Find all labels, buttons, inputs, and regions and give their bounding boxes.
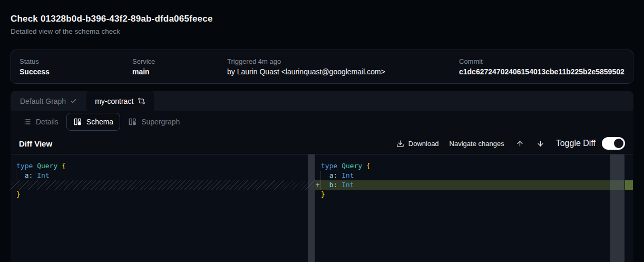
contract-panel: Details Schema Supergraph Diff View	[11, 111, 633, 262]
download-label: Download	[408, 140, 439, 148]
code-token: Query	[341, 162, 366, 170]
code-token: :	[28, 171, 37, 179]
commit-value: c1dc62724702406154013cbe11b225b2e5859502	[459, 67, 625, 76]
navigate-changes-label: Navigate changes	[450, 140, 504, 148]
tab-schema[interactable]: Schema	[66, 113, 120, 131]
left-editor-scrollbar[interactable]	[308, 154, 315, 262]
code-line: }	[11, 190, 315, 199]
code-token	[321, 171, 329, 179]
triggered-value: by Laurin Quast <laurinquast@googlemail.…	[227, 67, 459, 76]
graph-tab-bar: Default Graph my-contract	[11, 91, 633, 111]
status-value: Success	[19, 67, 132, 76]
tab-default-graph[interactable]: Default Graph	[11, 91, 86, 111]
diff-view-header: Diff View Download Navigate changes	[11, 133, 633, 154]
added-code-line: + b: Int	[315, 180, 625, 190]
contract-fork-icon	[138, 97, 145, 105]
status-label: Status	[19, 57, 132, 65]
tab-default-graph-label: Default Graph	[20, 97, 66, 105]
indent-guide	[16, 171, 16, 180]
page-subtitle: Detailed view of the schema check	[11, 27, 633, 35]
triggered-field: Triggered 4m ago by Laurin Quast <laurin…	[227, 57, 459, 76]
code-token	[16, 171, 25, 179]
code-token: {	[62, 162, 66, 170]
code-token: }	[16, 190, 21, 198]
page-title: Check 01328b0d-b396-43f2-89ab-dfda065fee…	[11, 14, 633, 24]
view-tab-bar: Details Schema Supergraph	[11, 111, 633, 133]
panels-layout-icon	[73, 118, 82, 126]
service-field: Service main	[132, 57, 227, 76]
check-summary-card: Status Success Service main Triggered 4m…	[11, 50, 633, 84]
code-token: Int	[341, 171, 354, 179]
code-token	[321, 181, 329, 189]
code-token: {	[366, 162, 370, 170]
code-line: a: Int	[315, 171, 633, 180]
code-token: Int	[341, 181, 354, 189]
tab-details-label: Details	[36, 118, 58, 126]
tab-details[interactable]: Details	[16, 113, 65, 131]
download-icon	[396, 140, 404, 148]
code-line: type Query {	[315, 161, 633, 171]
indent-guide	[320, 171, 321, 190]
service-value: main	[132, 67, 227, 76]
tab-my-contract[interactable]: my-contract	[86, 91, 154, 111]
service-label: Service	[132, 57, 227, 65]
arrow-down-icon	[536, 140, 544, 148]
added-line-plus-sign: +	[316, 180, 320, 190]
code-token: :	[333, 181, 341, 189]
diff-editor-after[interactable]: type Query { a: Int + b: Int }	[315, 154, 633, 262]
code-line: a: Int	[11, 171, 315, 180]
diff-editor-before[interactable]: type Query { a: Int }	[11, 154, 315, 262]
tab-schema-label: Schema	[86, 118, 113, 126]
overview-ruler	[625, 154, 633, 262]
code-line: }	[315, 190, 633, 199]
triggered-label: Triggered 4m ago	[227, 57, 459, 65]
tab-supergraph[interactable]: Supergraph	[121, 113, 187, 131]
tab-my-contract-label: my-contract	[95, 97, 133, 105]
code-token: type	[16, 162, 37, 170]
navigate-changes-button[interactable]: Navigate changes	[450, 140, 504, 148]
schema-check-page: Check 01328b0d-b396-43f2-89ab-dfda065fee…	[0, 0, 644, 262]
switch-thumb	[614, 139, 623, 148]
code-token: Int	[37, 171, 49, 179]
panels-layout-icon	[128, 118, 136, 126]
commit-label: Commit	[459, 57, 625, 65]
added-change-marker	[625, 180, 633, 190]
toggle-diff-switch[interactable]	[602, 137, 625, 150]
code-line: type Query {	[11, 161, 315, 171]
previous-change-button[interactable]	[515, 139, 525, 149]
code-token: Query	[37, 162, 62, 170]
diff-controls: Download Navigate changes Toggle Diff	[396, 137, 625, 150]
next-change-button[interactable]	[535, 139, 545, 149]
check-icon	[70, 98, 77, 104]
toggle-diff-group: Toggle Diff	[556, 137, 625, 150]
schema-diff-editors: type Query { a: Int } type Query { a: In…	[11, 154, 633, 262]
list-icon	[23, 118, 31, 126]
tab-supergraph-label: Supergraph	[141, 118, 180, 126]
code-token: type	[321, 162, 341, 170]
diff-view-title: Diff View	[19, 139, 52, 148]
code-token: :	[333, 171, 341, 179]
page-header: Check 01328b0d-b396-43f2-89ab-dfda065fee…	[11, 14, 633, 35]
right-editor-scrollbar[interactable]	[610, 154, 625, 262]
status-field: Status Success	[19, 57, 132, 76]
diff-placeholder-line	[11, 180, 315, 190]
download-button[interactable]: Download	[396, 140, 439, 148]
commit-field: Commit c1dc62724702406154013cbe11b225b2e…	[459, 57, 625, 76]
code-token: }	[321, 190, 325, 198]
toggle-diff-label: Toggle Diff	[556, 139, 596, 148]
arrow-up-icon	[516, 140, 524, 148]
